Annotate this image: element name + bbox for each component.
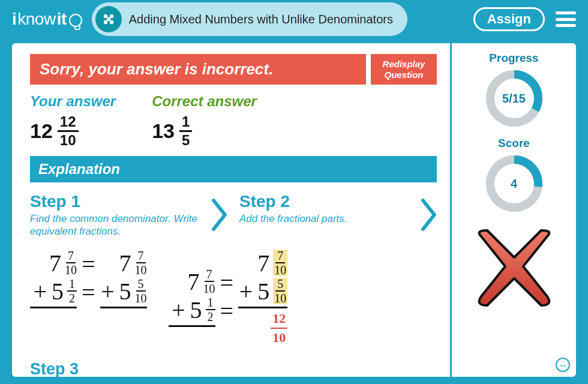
expand-icon[interactable]: ↔	[556, 358, 570, 372]
s2-r-bot-w: 5	[257, 277, 269, 305]
header: iknowit Adding Mixed Numbers with Unlike…	[0, 0, 588, 38]
step2-head: Step 2 Add the fractional parts.	[239, 192, 409, 225]
s1-l-bot-d: 2	[69, 292, 75, 304]
rule	[169, 325, 215, 327]
step1-desc: Find the common denominator. Write equiv…	[30, 212, 200, 238]
stage: Sorry, your answer is incorrect. Redispl…	[12, 43, 576, 377]
chevron-right-icon	[212, 198, 227, 232]
redisplay-line1: Redisplay	[376, 59, 432, 69]
your-fraction: 12 10	[58, 115, 79, 148]
step1-title: Step 1	[30, 192, 200, 211]
menu-icon[interactable]	[556, 11, 576, 27]
app-root: iknowit Adding Mixed Numbers with Unlike…	[0, 0, 588, 384]
progress-label: Progress	[458, 52, 570, 65]
s2-l-bot-n: 1	[206, 296, 215, 310]
your-answer-col: Your answer 12 12 10	[30, 93, 116, 148]
step2-desc: Add the fractional parts.	[239, 212, 409, 225]
your-answer-value: 12 12 10	[30, 115, 116, 148]
incorrect-banner: Sorry, your answer is incorrect.	[30, 54, 366, 85]
logo[interactable]: iknowit	[12, 10, 82, 29]
s2-r-bot-d: 10	[274, 292, 286, 304]
step2-title: Step 2	[239, 192, 409, 211]
svg-point-5	[110, 20, 113, 24]
sidebar: Progress 5/15 Score 4	[450, 43, 576, 377]
your-num: 12	[58, 115, 79, 132]
s2-l-top-d: 10	[203, 282, 215, 295]
s1-r-bot-d: 10	[135, 292, 147, 304]
svg-point-2	[110, 14, 113, 18]
correct-num: 1	[179, 115, 192, 132]
progress-ring: 5/15	[484, 68, 544, 128]
s2-r-top-n: 7	[275, 250, 285, 263]
svg-point-4	[104, 20, 107, 24]
score-label: Score	[458, 137, 570, 150]
s2-l-bot-w: 5	[190, 296, 202, 324]
s1-r-op: +	[100, 277, 116, 305]
eq: =	[77, 250, 100, 278]
progress-text: 5/15	[484, 68, 544, 128]
s1-l-op: +	[32, 277, 48, 305]
s2-r-op: +	[238, 277, 254, 305]
s1-l-top-w: 7	[49, 249, 61, 277]
correct-answer-col: Correct answer 13 1 5	[152, 93, 257, 148]
correct-answer-value: 13 1 5	[152, 115, 257, 148]
lesson-title: Adding Mixed Numbers with Unlike Denomin…	[129, 13, 393, 26]
s1-r-bot-n: 5	[136, 278, 146, 292]
step3-title: Step 3	[30, 360, 437, 377]
s2-l-top-w: 7	[188, 268, 200, 296]
s1-r-top-d: 10	[135, 263, 147, 276]
s1-l-bot-w: 5	[52, 277, 64, 305]
lesson-title-pill: Adding Mixed Numbers with Unlike Denomin…	[92, 2, 407, 36]
s1-l-bot-n: 1	[67, 278, 77, 292]
logo-it: it	[57, 10, 67, 29]
s2-l-top-n: 7	[205, 268, 214, 282]
incorrect-x-icon	[466, 224, 562, 314]
your-den: 10	[60, 132, 76, 148]
svg-point-1	[104, 14, 107, 18]
s2-sum-d: 10	[272, 329, 286, 346]
s2-r-top-d: 10	[274, 263, 286, 276]
eq: =	[215, 297, 239, 325]
step2-sum: 12 10	[271, 311, 287, 346]
correct-fraction: 1 5	[179, 115, 192, 148]
svg-point-3	[107, 17, 110, 21]
logo-i: i	[12, 10, 16, 29]
rule	[238, 307, 287, 308]
correct-answer-label: Correct answer	[152, 93, 257, 110]
logo-know: know	[17, 10, 55, 29]
rule	[100, 307, 147, 308]
s1-r-bot-w: 5	[119, 277, 131, 305]
step2-work: 7 710 + 5 12 == 7	[169, 249, 288, 346]
your-whole: 12	[30, 119, 53, 143]
score-ring: 4	[484, 154, 544, 214]
explanation-bar: Explanation	[30, 156, 437, 182]
content: Sorry, your answer is incorrect. Redispl…	[12, 43, 450, 377]
your-answer-label: Your answer	[30, 93, 116, 110]
eq: =	[215, 269, 239, 297]
chevron-right-icon	[421, 198, 437, 232]
redisplay-line2: Question	[376, 70, 432, 80]
eq: =	[77, 278, 100, 307]
assign-button[interactable]: Assign	[473, 7, 545, 31]
s2-r-bot-n: 5	[275, 278, 285, 292]
level-badge-icon	[95, 6, 122, 32]
s2-sum-n: 12	[271, 311, 287, 329]
answers-row: Your answer 12 12 10 Correct answer 13	[30, 93, 437, 148]
rule	[30, 307, 77, 308]
s2-l-op: +	[171, 296, 187, 324]
correct-whole: 13	[152, 119, 175, 143]
feedback-banner-row: Sorry, your answer is incorrect. Redispl…	[30, 54, 437, 85]
steps-row: Step 1 Find the common denominator. Writ…	[30, 192, 437, 238]
s2-l-bot-d: 2	[208, 310, 214, 323]
s1-l-top-d: 10	[65, 263, 77, 276]
s1-r-top-n: 7	[136, 250, 146, 263]
s2-r-top-w: 7	[257, 249, 269, 277]
step1-head: Step 1 Find the common denominator. Writ…	[30, 192, 200, 238]
redisplay-question-button[interactable]: Redisplay Question	[371, 54, 437, 85]
s1-r-top-w: 7	[119, 249, 131, 277]
correct-den: 5	[182, 132, 190, 148]
s1-l-top-n: 7	[66, 250, 76, 263]
score-text: 4	[484, 154, 544, 214]
work-row: 7 710 + 5 12 == 7	[30, 249, 437, 346]
header-right: Assign	[473, 7, 576, 31]
